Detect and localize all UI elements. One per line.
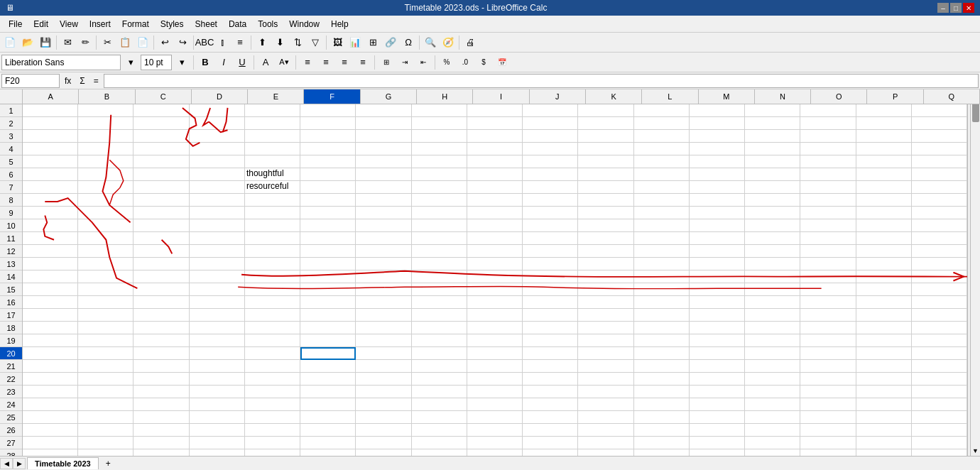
cell-J5[interactable] xyxy=(523,155,578,168)
cell-E6[interactable]: thoughtful xyxy=(245,168,300,181)
cell-M21[interactable] xyxy=(690,360,745,373)
cell-D5[interactable] xyxy=(190,155,245,168)
col-header-H[interactable]: H xyxy=(417,89,473,104)
cell-K25[interactable] xyxy=(578,411,633,424)
cell-F1[interactable] xyxy=(300,104,356,117)
cell-P10[interactable] xyxy=(856,219,912,232)
cell-E5[interactable] xyxy=(245,155,300,168)
col-header-Q[interactable]: Q xyxy=(924,89,980,104)
cell-C27[interactable] xyxy=(134,437,189,449)
cell-I16[interactable] xyxy=(467,296,523,309)
cell-J3[interactable] xyxy=(523,130,578,143)
formula-input[interactable] xyxy=(104,74,979,88)
cell-O17[interactable] xyxy=(800,309,856,322)
cell-Q9[interactable] xyxy=(912,207,967,219)
indent-decrease-button[interactable]: ⇤ xyxy=(415,54,432,71)
cell-N8[interactable] xyxy=(745,194,800,207)
cell-C4[interactable] xyxy=(134,143,189,155)
cell-A27[interactable] xyxy=(23,437,78,449)
cell-F14[interactable] xyxy=(300,270,356,283)
cell-H24[interactable] xyxy=(412,398,467,411)
sort-button[interactable]: ⇅ xyxy=(289,34,306,51)
cell-B12[interactable] xyxy=(78,245,134,258)
cell-M26[interactable] xyxy=(690,424,745,437)
cell-G24[interactable] xyxy=(356,398,411,411)
cell-M12[interactable] xyxy=(690,245,745,258)
menu-sheet[interactable]: Sheet xyxy=(190,18,223,31)
col-header-J[interactable]: J xyxy=(530,89,586,104)
minimize-button[interactable]: – xyxy=(937,3,949,13)
cell-L1[interactable] xyxy=(634,104,690,117)
cell-K24[interactable] xyxy=(578,398,633,411)
cell-B10[interactable] xyxy=(78,219,134,232)
email-button[interactable]: ✉ xyxy=(59,34,76,51)
cell-M14[interactable] xyxy=(690,270,745,283)
cell-B25[interactable] xyxy=(78,411,134,424)
cell-M28[interactable] xyxy=(690,449,745,456)
cell-F16[interactable] xyxy=(300,296,356,309)
cell-D6[interactable] xyxy=(190,168,245,181)
cell-I14[interactable] xyxy=(467,270,523,283)
cell-E27[interactable] xyxy=(245,437,300,449)
cell-E8[interactable] xyxy=(245,194,300,207)
maximize-button[interactable]: □ xyxy=(950,3,962,13)
cell-D7[interactable] xyxy=(190,181,245,194)
cell-B8[interactable] xyxy=(78,194,134,207)
cell-A23[interactable] xyxy=(23,386,78,398)
cell-N17[interactable] xyxy=(745,309,800,322)
cell-O15[interactable] xyxy=(800,283,856,296)
cell-N6[interactable] xyxy=(745,168,800,181)
cell-Q16[interactable] xyxy=(912,296,967,309)
cell-D20[interactable] xyxy=(190,347,245,360)
cell-D2[interactable] xyxy=(190,117,245,130)
cell-Q19[interactable] xyxy=(912,334,967,347)
cell-C21[interactable] xyxy=(134,360,189,373)
cell-E3[interactable] xyxy=(245,130,300,143)
cell-Q26[interactable] xyxy=(912,424,967,437)
cell-I25[interactable] xyxy=(467,411,523,424)
insert-chart-button[interactable]: 📊 xyxy=(347,34,364,51)
cell-B11[interactable] xyxy=(78,232,134,245)
cell-E24[interactable] xyxy=(245,398,300,411)
cell-D22[interactable] xyxy=(190,373,245,386)
cell-A14[interactable] xyxy=(23,270,78,283)
cell-Q24[interactable] xyxy=(912,398,967,411)
cell-C15[interactable] xyxy=(134,283,189,296)
cell-M8[interactable] xyxy=(690,194,745,207)
cell-F27[interactable] xyxy=(300,437,356,449)
cell-B27[interactable] xyxy=(78,437,134,449)
cell-L25[interactable] xyxy=(634,411,690,424)
cell-C1[interactable] xyxy=(134,104,189,117)
cell-N24[interactable] xyxy=(745,398,800,411)
cell-A24[interactable] xyxy=(23,398,78,411)
cell-L17[interactable] xyxy=(634,309,690,322)
cell-O26[interactable] xyxy=(800,424,856,437)
cell-F28[interactable] xyxy=(300,449,356,456)
cell-G15[interactable] xyxy=(356,283,411,296)
row-num-16[interactable]: 16 xyxy=(0,296,22,309)
cell-Q4[interactable] xyxy=(912,143,967,155)
highlight-color-button[interactable]: A▾ xyxy=(276,54,293,71)
cell-L15[interactable] xyxy=(634,283,690,296)
cell-G11[interactable] xyxy=(356,232,411,245)
cell-D26[interactable] xyxy=(190,424,245,437)
cell-O28[interactable] xyxy=(800,449,856,456)
cell-B22[interactable] xyxy=(78,373,134,386)
cell-N9[interactable] xyxy=(745,207,800,219)
menu-view[interactable]: View xyxy=(54,18,84,31)
open-button[interactable]: 📂 xyxy=(19,34,36,51)
cell-A6[interactable] xyxy=(23,168,78,181)
cell-B6[interactable] xyxy=(78,168,134,181)
cell-A3[interactable] xyxy=(23,130,78,143)
cell-E18[interactable] xyxy=(245,322,300,334)
cell-M22[interactable] xyxy=(690,373,745,386)
col-header-D[interactable]: D xyxy=(192,89,248,104)
cell-A19[interactable] xyxy=(23,334,78,347)
cell-J22[interactable] xyxy=(523,373,578,386)
cell-E17[interactable] xyxy=(245,309,300,322)
cell-J13[interactable] xyxy=(523,258,578,270)
cell-N5[interactable] xyxy=(745,155,800,168)
cell-N19[interactable] xyxy=(745,334,800,347)
cell-P11[interactable] xyxy=(856,232,912,245)
cell-K2[interactable] xyxy=(578,117,633,130)
